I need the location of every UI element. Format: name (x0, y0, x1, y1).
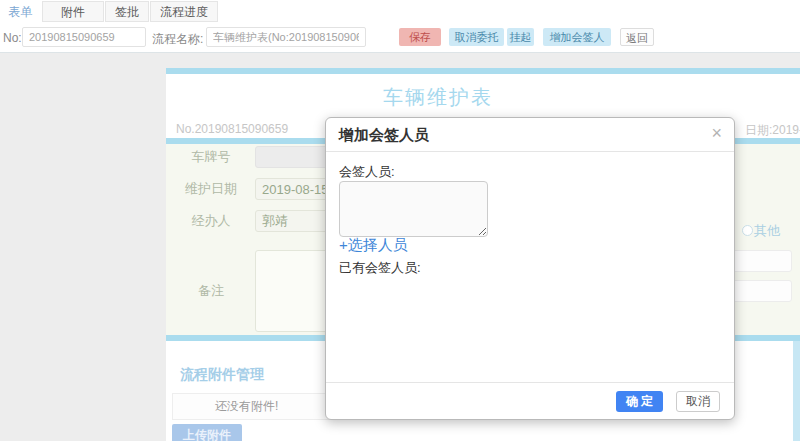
flow-no-input[interactable] (22, 27, 146, 47)
form-title: 车辆维护表 (166, 84, 710, 111)
add-countersigner-button[interactable]: 增加会签人 (543, 28, 611, 46)
app-window: 表单 附件 签批 流程进度 No: 流程名称: 保存 取消委托 挂起 增加会签人… (0, 0, 800, 441)
modal-header: 增加会签人员 × (326, 118, 734, 152)
confirm-button[interactable]: 确 定 (616, 391, 663, 412)
form-date-text: 日期:2019-08-15 (745, 122, 800, 139)
tab-process-progress[interactable]: 流程进度 (150, 1, 218, 22)
close-icon[interactable]: × (711, 123, 722, 143)
process-name-label: 流程名称: (152, 31, 203, 48)
cancel-button[interactable]: 取消 (676, 391, 720, 412)
top-accent-bar (166, 68, 800, 74)
tab-form[interactable]: 表单 (0, 1, 41, 22)
tab-bar: 表单 附件 签批 流程进度 (0, 0, 800, 23)
countersigner-field-label: 会签人员: (339, 163, 395, 181)
cancel-delegation-button[interactable]: 取消委托 (449, 28, 504, 46)
save-button[interactable]: 保存 (399, 28, 441, 46)
form-no-text: No.20190815090659 (176, 122, 288, 136)
attachment-section-heading: 流程附件管理 (180, 366, 264, 384)
upload-attachment-button[interactable]: 上传附件 (172, 424, 242, 441)
modal-title: 增加会签人员 (339, 126, 429, 145)
plate-number-label: 车牌号 (166, 148, 256, 166)
remarks-label: 备注 (166, 282, 256, 300)
modal-footer: 确 定 取消 (326, 382, 734, 419)
handler-label: 经办人 (166, 212, 256, 230)
other-radio-icon[interactable] (742, 225, 753, 236)
other-option-label: 其他 (754, 222, 780, 240)
tab-sign-approval[interactable]: 签批 (105, 1, 149, 22)
existing-countersigners-label: 已有会签人员: (339, 259, 421, 277)
add-countersigner-modal: 增加会签人员 × 会签人员: +选择人员 已有会签人员: 确 定 取消 (325, 117, 735, 420)
back-button[interactable]: 返回 (620, 28, 654, 46)
maintenance-date-label: 维护日期 (166, 180, 256, 198)
select-person-link[interactable]: +选择人员 (339, 236, 408, 255)
flow-no-label: No: (3, 31, 22, 45)
process-name-input[interactable] (206, 27, 366, 47)
suspend-button[interactable]: 挂起 (507, 28, 534, 46)
tab-attachment[interactable]: 附件 (42, 1, 104, 22)
countersigner-textarea[interactable] (339, 181, 488, 237)
